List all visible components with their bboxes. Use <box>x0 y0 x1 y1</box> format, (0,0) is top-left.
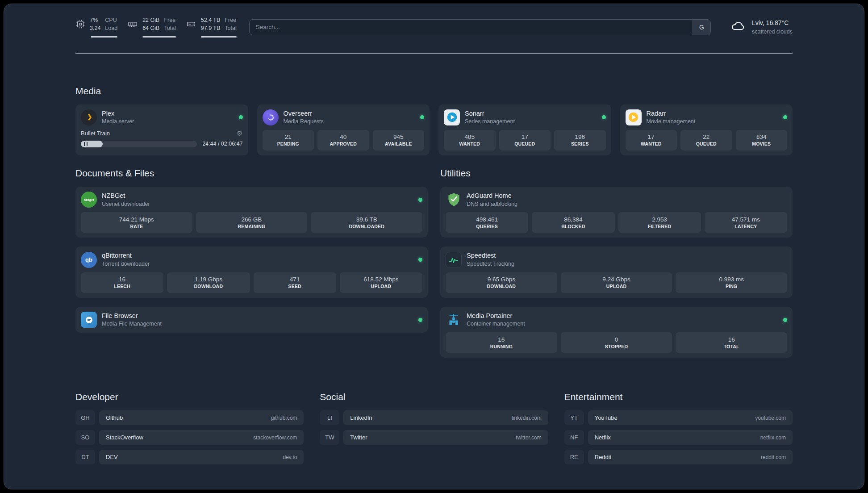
adguard-title: AdGuard Home <box>467 192 517 201</box>
search-provider-button[interactable]: G <box>693 20 710 35</box>
memory-labels: Free Total <box>164 17 175 32</box>
bookmark-url: stackoverflow.com <box>253 435 297 441</box>
card-nzbget[interactable]: nzbget NZBGet Usenet downloader 744.21 M… <box>75 187 428 238</box>
stat-value: 17 <box>648 134 655 140</box>
stat-label: QUERIES <box>476 224 498 229</box>
stat-label: LATENCY <box>734 224 757 229</box>
section-title-developer: Developer <box>75 392 304 402</box>
bookmark-youtube[interactable]: YT YouTube youtube.com <box>564 410 793 425</box>
status-dot <box>239 115 243 119</box>
stat-tile: 744.21 Mbps RATE <box>81 212 192 233</box>
nzbget-header: nzbget NZBGet Usenet downloader <box>81 192 422 208</box>
cpu-labels: CPU Load <box>105 17 117 32</box>
overseerr-subtitle: Media Requests <box>284 118 324 125</box>
weather-location: Lviv, 16.87°C <box>752 18 793 27</box>
gear-icon[interactable]: ⚙ <box>237 130 242 138</box>
plex-playback-time: 24:44 / 02:06:47 <box>202 141 242 147</box>
bookmark-linkedin[interactable]: LI LinkedIn linkedin.com <box>320 410 548 425</box>
card-plex[interactable]: Plex Media server Bullet Train ⚙ <box>75 104 248 155</box>
bookmark-pill: Reddit reddit.com <box>588 450 793 464</box>
stat-label: RATE <box>130 224 143 229</box>
stat-label: UPLOAD <box>606 284 627 289</box>
pause-icon[interactable] <box>84 142 88 146</box>
bookmark-netflix[interactable]: NF Netflix netflix.com <box>564 430 793 445</box>
bookmark-group-social: Social LI LinkedIn linkedin.com TW Twitt… <box>320 392 548 464</box>
cpu-icon <box>75 19 85 29</box>
bookmark-url: netflix.com <box>760 435 786 441</box>
card-filebrowser[interactable]: File Browser Media File Management <box>75 307 428 333</box>
bookmark-twitter[interactable]: TW Twitter twitter.com <box>320 430 548 445</box>
resource-widgets: 7% 3.24 CPU Load 22 GiB <box>75 17 237 38</box>
bookmark-dev[interactable]: DT DEV dev.to <box>75 450 304 464</box>
bookmark-github[interactable]: GH Github github.com <box>75 410 304 425</box>
card-adguard[interactable]: AdGuard Home DNS and adblocking 498,461 … <box>440 187 793 238</box>
plex-title: Plex <box>102 109 134 118</box>
card-radarr[interactable]: Radarr Movie management 17 WANTED 22 QUE… <box>620 104 793 155</box>
section-title-social: Social <box>320 392 548 402</box>
stat-tile: 9.65 Gbps DOWNLOAD <box>446 272 557 293</box>
filebrowser-header: File Browser Media File Management <box>81 312 422 328</box>
bookmark-name: YouTube <box>595 414 618 421</box>
weather-condition: scattered clouds <box>752 28 793 36</box>
section-media: Media Plex Media server <box>75 86 793 155</box>
disk-values: 52.4 TB 97.9 TB <box>201 17 221 32</box>
stat-label: PING <box>726 284 737 289</box>
stat-label: DOWNLOADED <box>349 224 384 229</box>
section-title-utilities: Utilities <box>440 168 793 179</box>
portainer-subtitle: Container management <box>467 320 525 328</box>
speedtest-subtitle: Speedtest Tracking <box>467 260 514 268</box>
stat-value: 0.993 ms <box>719 276 744 283</box>
status-dot <box>418 198 422 202</box>
bookmark-abbr: DT <box>75 450 95 464</box>
memory-icon <box>127 19 138 29</box>
bookmark-stackoverflow[interactable]: SO StackOverflow stackoverflow.com <box>75 430 304 445</box>
radarr-titles: Radarr Movie management <box>647 109 696 125</box>
stat-tile: 2,953 FILTERED <box>618 212 701 233</box>
radarr-subtitle: Movie management <box>647 118 696 125</box>
stat-value: 744.21 Mbps <box>119 216 154 223</box>
stat-label: PENDING <box>277 141 299 146</box>
portainer-title: Media Portainer <box>467 312 525 321</box>
stat-tile: 22 QUEUED <box>680 130 732 150</box>
bookmark-abbr: SO <box>75 430 95 445</box>
card-overseerr[interactable]: Overseerr Media Requests 21 PENDING 40 A… <box>257 104 430 155</box>
stat-value: 16 <box>498 336 505 343</box>
bookmark-abbr: TW <box>320 430 339 445</box>
bookmark-name: StackOverflow <box>106 434 143 441</box>
plex-progress-bar[interactable] <box>81 141 197 147</box>
search-input[interactable] <box>250 20 693 35</box>
speedtest-stats: 9.65 Gbps DOWNLOAD 9.24 Gbps UPLOAD 0.99… <box>446 272 787 293</box>
stat-label: APPROVED <box>330 141 357 146</box>
stat-value: 2,953 <box>652 216 667 223</box>
stat-label: MOVIES <box>752 141 771 146</box>
stat-label: DOWNLOAD <box>487 284 516 289</box>
bookmark-url: reddit.com <box>761 454 786 460</box>
sonarr-stats: 485 WANTED 17 QUEUED 196 SERIES <box>444 130 606 150</box>
bookmark-pill: YouTube youtube.com <box>588 410 793 425</box>
stat-label: DOWNLOAD <box>194 284 223 289</box>
topbar-divider <box>75 53 793 54</box>
card-qbittorrent[interactable]: qb qBittorrent Torrent downloader 16 <box>75 246 428 297</box>
card-portainer[interactable]: Media Portainer Container management 16 … <box>440 307 793 358</box>
bookmark-abbr: YT <box>564 410 584 425</box>
stat-tile: 945 AVAILABLE <box>373 130 425 150</box>
stat-value: 16 <box>119 276 125 283</box>
bookmark-group-developer: Developer GH Github github.com SO StackO… <box>75 392 304 464</box>
card-speedtest[interactable]: Speedtest Speedtest Tracking 9.65 Gbps D… <box>440 246 793 297</box>
bookmark-reddit[interactable]: RE Reddit reddit.com <box>564 450 793 464</box>
bookmark-url: dev.to <box>283 454 297 460</box>
stat-value: 618.52 Mbps <box>363 276 398 283</box>
speedtest-icon <box>446 252 462 268</box>
social-bookmarks: LI LinkedIn linkedin.com TW Twitter twit… <box>320 410 548 445</box>
card-sonarr[interactable]: Sonarr Series management 485 WANTED 17 Q… <box>438 104 611 155</box>
stat-value: 471 <box>290 276 300 283</box>
stat-label: LEECH <box>114 284 130 289</box>
stat-tile: 834 MOVIES <box>736 130 788 150</box>
qbittorrent-title: qBittorrent <box>102 251 150 260</box>
stat-tile: 17 QUEUED <box>499 130 551 150</box>
utilities-cards: AdGuard Home DNS and adblocking 498,461 … <box>440 187 793 358</box>
stat-label: TOTAL <box>724 344 739 349</box>
memory-values: 22 GiB 64 GiB <box>142 17 159 32</box>
stat-tile: 21 PENDING <box>263 130 314 150</box>
plex-now-playing-row: Bullet Train ⚙ <box>81 130 243 138</box>
